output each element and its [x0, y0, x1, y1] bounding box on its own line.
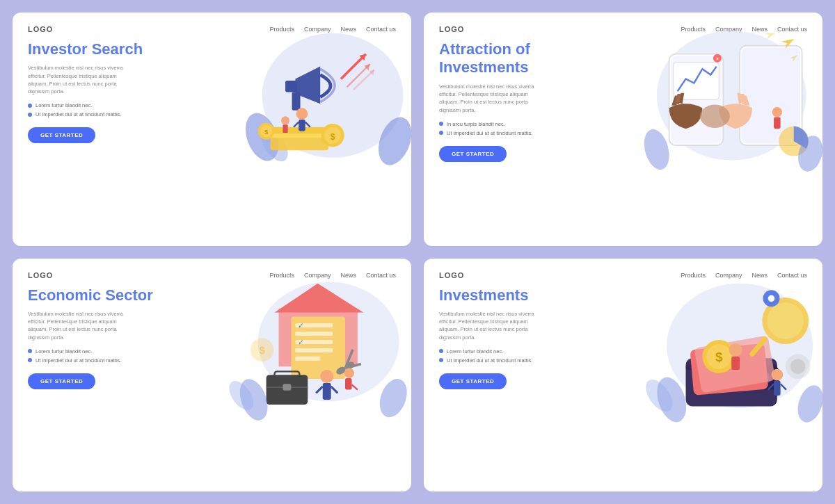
svg-rect-14	[285, 81, 297, 92]
svg-point-22	[296, 108, 308, 120]
bullet-2-1: In arcu turpis blandit nec.	[439, 121, 616, 127]
svg-text:$: $	[264, 128, 268, 136]
svg-rect-96	[731, 356, 740, 369]
svg-rect-41	[774, 117, 781, 129]
svg-text:✓: ✓	[297, 338, 303, 346]
svg-rect-98	[774, 380, 781, 395]
svg-point-64	[320, 369, 333, 382]
get-started-btn-4[interactable]: GET STARTED	[439, 373, 507, 389]
card-bullets-4: Lorem turtur blandit nec. Ut imperdiet d…	[439, 348, 616, 364]
svg-text:$: $	[330, 132, 335, 142]
illustration-3: ✓ ✓	[212, 259, 412, 492]
bullet-dot	[439, 349, 443, 353]
svg-rect-50	[295, 332, 333, 336]
svg-point-40	[772, 107, 781, 117]
card-title-2: Attraction of Investments	[439, 40, 616, 77]
card-body-3: Vestibulum molestie nisl nec risus viver…	[28, 310, 125, 341]
svg-point-97	[771, 368, 783, 380]
svg-point-36	[699, 105, 729, 128]
svg-text:$: $	[259, 345, 264, 356]
card-investments: LOGO Products Company News Contact us In…	[424, 259, 822, 492]
svg-point-94	[790, 359, 804, 373]
svg-text:×: ×	[715, 56, 718, 62]
illus-svg-4: $	[623, 259, 823, 425]
logo-1: LOGO	[28, 25, 53, 33]
illustration-2: ×	[623, 13, 823, 246]
get-started-btn-3[interactable]: GET STARTED	[28, 373, 95, 389]
bullet-4-1: Lorem turtur blandit nec.	[439, 348, 616, 355]
illus-svg-2: ×	[623, 13, 823, 179]
card-bullets-2: In arcu turpis blandit nec. Ut imperdiet…	[439, 121, 616, 136]
bullet-4-2: Ut imperdiet dui ut at tincidunt mattis.	[439, 357, 616, 364]
card-title-4: Investments	[439, 286, 616, 304]
svg-point-68	[344, 368, 353, 377]
card-title-3: Economic Sector	[28, 286, 205, 304]
svg-point-95	[729, 343, 742, 356]
svg-rect-15	[292, 92, 300, 111]
svg-text:✓: ✓	[297, 321, 303, 330]
card-investor-search: LOGO Products Company News Contact us In…	[13, 13, 411, 246]
bullet-dot	[28, 113, 32, 117]
svg-marker-38	[764, 30, 776, 40]
bullet-dot	[439, 122, 443, 126]
illustration-1: $ $	[212, 13, 412, 246]
svg-rect-52	[295, 348, 333, 352]
illus-svg-3: ✓ ✓	[212, 259, 412, 425]
bullet-dot	[439, 358, 443, 362]
svg-point-103	[793, 382, 822, 424]
bullet-1-2: Ut imperdiet dui ut at tincidunt mattis.	[28, 111, 205, 117]
card-attraction-investments: LOGO Products Company News Contact us At…	[424, 13, 822, 246]
illustration-4: $	[623, 259, 823, 492]
bullet-dot	[28, 104, 32, 108]
card-bullets-3: Lorem turtur blandit nec. Ut imperdiet d…	[28, 348, 205, 364]
card-title-1: Investor Search	[28, 40, 205, 58]
get-started-btn-1[interactable]: GET STARTED	[28, 127, 95, 143]
illus-svg-1: $ $	[212, 13, 412, 179]
logo-2: LOGO	[439, 25, 464, 33]
bullet-dot	[439, 131, 443, 135]
logo-4: LOGO	[439, 271, 464, 279]
svg-rect-65	[322, 383, 331, 400]
svg-rect-63	[283, 384, 291, 391]
svg-rect-69	[345, 377, 352, 389]
bullet-3-2: Ut imperdiet dui ut at tincidunt mattis.	[28, 357, 205, 364]
get-started-btn-2[interactable]: GET STARTED	[439, 146, 507, 162]
bullet-1-1: Lorem turtur blandit nec.	[28, 102, 205, 108]
svg-point-92	[768, 295, 774, 302]
card-body-4: Vestibulum molestie nisl nec risus viver…	[439, 310, 536, 341]
svg-point-43	[639, 127, 673, 172]
card-body-1: Vestibulum molestie nisl nec risus viver…	[28, 64, 125, 95]
bullet-3-1: Lorem turtur blandit nec.	[28, 348, 205, 355]
svg-rect-27	[283, 124, 287, 133]
bullet-2-2: Ut imperdiet dui ut at tincidunt mattis.	[439, 130, 616, 136]
card-body-2: Vestibulum molestie nisl nec risus viver…	[439, 83, 536, 114]
svg-text:$: $	[715, 350, 722, 364]
logo-3: LOGO	[28, 271, 53, 279]
bullet-dot	[28, 349, 32, 353]
svg-point-88	[767, 302, 804, 339]
card-bullets-1: Lorem turtur blandit nec. Ut imperdiet d…	[28, 102, 205, 117]
svg-rect-23	[299, 120, 305, 131]
svg-point-26	[281, 116, 289, 124]
card-economic-sector: LOGO Products Company News Contact us Ec…	[13, 259, 411, 492]
svg-rect-53	[295, 356, 320, 360]
bullet-dot	[28, 358, 32, 362]
